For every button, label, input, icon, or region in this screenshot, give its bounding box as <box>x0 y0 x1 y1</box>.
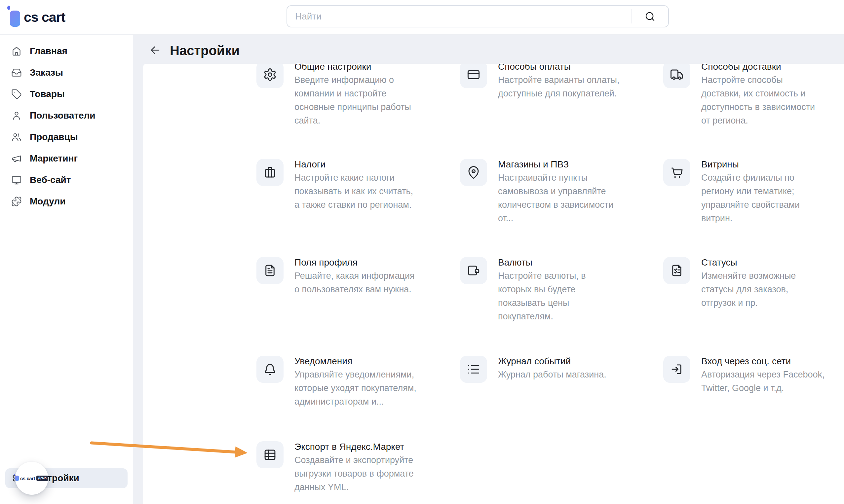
settings-card-shipping-methods[interactable]: Способы доставкиНастройте способы достав… <box>663 64 844 127</box>
sidebar-item-modules[interactable]: Модули <box>0 191 133 212</box>
back-button[interactable] <box>149 44 161 56</box>
card-description: Изменяйте возможные статусы для заказов,… <box>701 269 844 310</box>
sidebar-item-website[interactable]: Веб-сайт <box>0 169 133 191</box>
settings-card-notifications[interactable]: УведомленияУправляйте уведомлениями, кот… <box>257 354 461 409</box>
card-description: Введите информацию о компании и настройт… <box>295 73 443 127</box>
settings-card-yandex-market-export[interactable]: Экспорт в Яндекс.МаркетСоздавайте и эксп… <box>257 440 461 494</box>
card-title: Общие настройки <box>295 64 443 73</box>
settings-card-statuses[interactable]: СтатусыИзменяйте возможные статусы для з… <box>663 256 844 310</box>
sidebar-item-products[interactable]: Товары <box>0 83 133 105</box>
top-bar: cs cart <box>0 0 844 35</box>
card-title: Способы доставки <box>701 64 844 73</box>
users-icon <box>11 132 22 142</box>
sidebar-nav: ГлавнаяЗаказыТоварыПользователиПродавцыМ… <box>0 40 133 212</box>
sidebar-item-label: Модули <box>30 196 66 207</box>
settings-card-general-settings[interactable]: Общие настройкиВведите информацию о комп… <box>257 64 461 127</box>
card-title: Способы оплаты <box>498 64 647 73</box>
logo-square-icon <box>15 475 19 481</box>
card-title: Витрины <box>701 158 844 171</box>
sidebar-item-users[interactable]: Пользователи <box>0 105 133 126</box>
card-description: Авторизация через Facebook, Twitter, Goo… <box>701 368 844 395</box>
card-description: Настройте валюты, в которых вы будете по… <box>498 269 647 323</box>
sidebar-item-label: Пользователи <box>30 110 95 121</box>
megaphone-icon <box>11 153 22 164</box>
sidebar-item-label: Веб-сайт <box>30 175 71 185</box>
wallet-icon <box>460 257 487 284</box>
table-icon <box>257 441 283 468</box>
card-description: Создавайте и экспортируйте выгрузки това… <box>295 453 443 494</box>
map-pin-icon <box>460 159 487 186</box>
logo-dot-icon <box>7 6 10 10</box>
page-title: Настройки <box>170 43 240 58</box>
sidebar-item-label: Заказы <box>30 67 63 78</box>
credit-card-icon <box>460 64 487 88</box>
list-icon <box>460 356 487 383</box>
home-icon <box>11 46 22 56</box>
tag-icon <box>11 89 22 100</box>
file-text-icon <box>257 257 283 284</box>
demo-badge: Демо <box>36 475 48 481</box>
settings-card-event-log[interactable]: Журнал событийЖурнал работы магазина. <box>460 354 665 383</box>
truck-icon <box>663 64 690 88</box>
sidebar-item-home[interactable]: Главная <box>0 40 133 62</box>
card-description: Настройте способы доставки, их стоимость… <box>701 73 844 127</box>
card-title: Поля профиля <box>295 256 443 269</box>
card-title: Налоги <box>295 158 443 171</box>
sidebar-item-marketing[interactable]: Маркетинг <box>0 148 133 169</box>
card-title: Уведомления <box>295 354 443 368</box>
card-title: Валюты <box>498 256 647 269</box>
settings-card-profile-fields[interactable]: Поля профиляРешайте, какая информация о … <box>257 256 461 296</box>
inbox-icon <box>11 67 22 78</box>
settings-card-social-login[interactable]: Вход через соц. сетиАвторизация через Fa… <box>663 354 844 395</box>
sidebar-item-label: Маркетинг <box>30 153 78 164</box>
card-description: Настройте варианты оплаты, доступные для… <box>498 73 647 101</box>
briefcase-icon <box>257 159 283 186</box>
demo-widget[interactable]: cs cart Демо <box>15 462 48 495</box>
gear-icon <box>257 64 283 88</box>
search-bar <box>286 5 669 28</box>
logo-text: cs cart <box>24 0 65 34</box>
card-title: Вход через соц. сети <box>701 354 844 368</box>
logo-square-icon <box>10 11 20 27</box>
sidebar-item-vendors[interactable]: Продавцы <box>0 126 133 148</box>
settings-card-currencies[interactable]: ВалютыНастройте валюты, в которых вы буд… <box>460 256 665 323</box>
search-icon[interactable] <box>632 9 668 23</box>
cart-icon <box>663 159 690 186</box>
card-title: Журнал событий <box>498 354 647 368</box>
sidebar-item-label: Главная <box>30 46 67 56</box>
log-in-icon <box>663 356 690 383</box>
settings-card-payment-methods[interactable]: Способы оплатыНастройте варианты оплаты,… <box>460 64 665 101</box>
card-description: Решайте, какая информация о пользователя… <box>295 269 443 296</box>
search-input[interactable] <box>287 6 632 27</box>
widget-logo-text: cs cart <box>20 475 35 481</box>
settings-card-storefronts[interactable]: ВитриныСоздайте филиалы по региону или т… <box>663 158 844 225</box>
card-title: Экспорт в Яндекс.Маркет <box>295 440 443 453</box>
settings-grid: Общие настройкиВведите информацию о комп… <box>143 64 844 504</box>
card-title: Магазины и ПВЗ <box>498 158 647 171</box>
puzzle-icon <box>11 196 22 207</box>
card-description: Создайте филиалы по региону или тематике… <box>701 171 844 225</box>
user-icon <box>11 110 22 121</box>
settings-card-stores-pickup-points[interactable]: Магазины и ПВЗНастраивайте пункты самовы… <box>460 158 665 225</box>
card-title: Статусы <box>701 256 844 269</box>
monitor-icon <box>11 175 22 185</box>
card-description: Настраивайте пункты самовывоза и управля… <box>498 171 647 225</box>
card-description: Настройте какие налоги показывать и как … <box>295 171 443 212</box>
sidebar-item-label: Товары <box>30 89 65 100</box>
bell-icon <box>257 356 283 383</box>
sidebar-item-orders[interactable]: Заказы <box>0 62 133 83</box>
sidebar: ГлавнаяЗаказыТоварыПользователиПродавцыМ… <box>0 35 133 504</box>
admin-panel: cs cart ГлавнаяЗаказыТоварыПользователиП… <box>0 0 844 504</box>
settings-card-taxes[interactable]: НалогиНастройте какие налоги показывать … <box>257 158 461 212</box>
cscart-logo[interactable]: cs cart <box>0 0 132 34</box>
card-description: Журнал работы магазина. <box>498 368 647 381</box>
sidebar-item-label: Продавцы <box>30 132 78 142</box>
file-check-icon <box>663 257 690 284</box>
card-description: Управляйте уведомлениями, которые уходят… <box>295 368 443 409</box>
